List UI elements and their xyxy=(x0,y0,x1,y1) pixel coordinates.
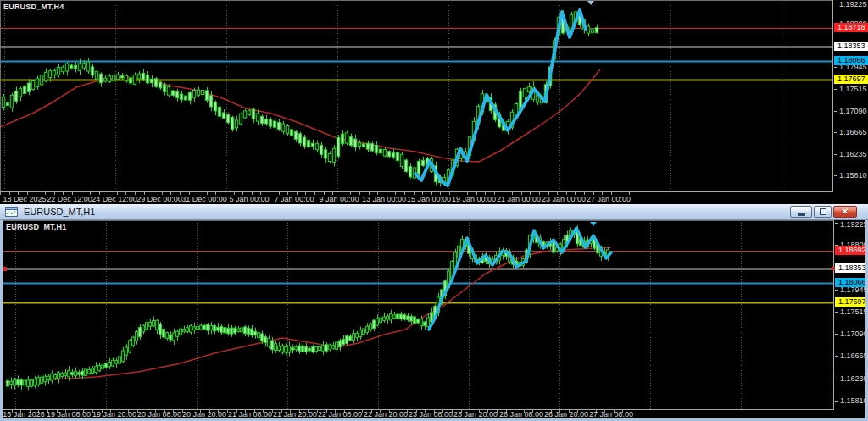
line-anchor-dot xyxy=(832,267,835,270)
chart-window-icon xyxy=(5,207,18,217)
price-tick-label: 1.17515 xyxy=(839,85,867,93)
h4-symbol-label: EURUSD_MT,H4 xyxy=(3,3,64,11)
price-tick-label: 1.15810 xyxy=(839,171,867,180)
price-tick-mark xyxy=(834,175,837,176)
h1-time-axis[interactable]: 16 Jan 202619 Jan 08:0019 Jan 20:0020 Ja… xyxy=(3,410,865,418)
h1-price-axis[interactable]: 1.192251.188001.179451.175151.170901.166… xyxy=(835,220,865,410)
window-titlebar[interactable]: EURUSD_MT,H1 ✕ xyxy=(0,204,868,220)
price-tick-mark xyxy=(834,89,837,90)
time-tick-label: 19 Jan 08:00 xyxy=(47,410,91,418)
price-tick-label: 1.16235 xyxy=(839,150,867,158)
price-tick-label: 1.17090 xyxy=(840,330,868,338)
time-tick-label: 20 Jan 20:00 xyxy=(182,410,226,418)
chart-window-h1: EURUSD_MT,H1 1.192251.188001.179451.1751… xyxy=(3,220,865,418)
h1-price-chart-canvas[interactable] xyxy=(3,220,834,410)
window-title: EURUSD_MT,H1 xyxy=(24,207,95,217)
time-tick-label: 29 Dec 00:00 xyxy=(136,195,182,203)
time-tick-label: 23 Jan 20:00 xyxy=(453,410,498,418)
price-tick-mark xyxy=(834,3,837,3)
h4-price-axis[interactable]: 1.192251.188001.179451.175151.170901.166… xyxy=(834,0,868,192)
time-tick-label: 19 Jan 00:00 xyxy=(452,195,496,203)
time-tick-label: 31 Dec 00:00 xyxy=(181,195,227,203)
price-badge: 1.18718 xyxy=(834,23,868,32)
time-tick-label: 21 Jan 00:00 xyxy=(497,195,541,203)
maximize-button[interactable] xyxy=(814,206,832,218)
h4-price-chart-canvas[interactable] xyxy=(0,0,833,192)
metatrader-workspace: EURUSD_MT,H4 1.192251.188001.179451.1751… xyxy=(0,0,868,421)
time-tick-label: 19 Jan 20:00 xyxy=(92,410,136,418)
price-tick-mark xyxy=(834,67,837,68)
price-tick-mark xyxy=(835,379,838,379)
window-controls: ✕ xyxy=(790,206,857,218)
price-tick-mark xyxy=(834,154,837,155)
time-tick-label: 5 Jan 00:00 xyxy=(229,195,269,203)
price-badge: 1.17697 xyxy=(834,75,868,84)
price-tick-label: 1.16665 xyxy=(840,352,868,360)
price-tick-label: 1.17090 xyxy=(839,107,867,115)
time-tick-label: 22 Jan 08:00 xyxy=(318,410,362,418)
price-tick-mark xyxy=(835,356,838,357)
time-tick-label: 27 Jan 08:00 xyxy=(589,410,633,418)
time-tick-label: 23 Jan 00:00 xyxy=(542,195,586,203)
time-tick-label: 9 Jan 00:00 xyxy=(319,195,359,203)
price-tick-mark xyxy=(834,111,837,112)
price-tick-label: 1.16235 xyxy=(840,374,868,383)
h1-symbol-label: EURUSD_MT,H1 xyxy=(6,223,66,231)
time-tick-label: 18 Dec 2025 xyxy=(3,195,46,203)
time-tick-label: 7 Jan 00:00 xyxy=(274,195,314,203)
price-tick-label: 1.16665 xyxy=(839,128,867,136)
price-tick-mark xyxy=(835,401,838,402)
time-tick-label: 24 Dec 12:00 xyxy=(92,195,137,203)
time-tick-label: 20 Jan 08:00 xyxy=(137,410,181,418)
price-tick-label: 1.19225 xyxy=(840,220,868,229)
h4-time-axis[interactable]: 18 Dec 202522 Dec 12:0024 Dec 12:0029 De… xyxy=(0,192,868,204)
time-tick-label: 26 Jan 08:00 xyxy=(499,410,543,418)
time-tick-label: 21 Jan 20:00 xyxy=(273,410,317,418)
price-tick-mark xyxy=(835,223,838,224)
price-badge: 1.18353 xyxy=(834,42,868,51)
time-tick-label: 23 Jan 08:00 xyxy=(409,410,453,418)
minimize-button[interactable] xyxy=(790,206,812,218)
price-tick-label: 1.15810 xyxy=(840,396,868,405)
time-tick-label: 26 Jan 20:00 xyxy=(544,410,588,418)
price-badge: 1.18066 xyxy=(835,278,865,287)
chart-window-h4: EURUSD_MT,H4 1.192251.188001.179451.1751… xyxy=(0,0,868,204)
time-tick-label: 13 Jan 00:00 xyxy=(362,195,406,203)
time-tick-label: 22 Dec 12:00 xyxy=(47,195,92,203)
price-badge: 1.18692 xyxy=(835,246,865,255)
price-tick-mark xyxy=(835,290,838,291)
price-tick-label: 1.19225 xyxy=(839,0,867,8)
window-border-left[interactable] xyxy=(0,220,3,421)
time-tick-label: 22 Jan 20:00 xyxy=(364,410,408,418)
time-tick-label: 27 Jan 00:00 xyxy=(587,195,631,203)
price-tick-label: 1.17515 xyxy=(840,307,868,316)
maximize-icon xyxy=(820,208,826,215)
price-tick-mark xyxy=(835,312,838,313)
minimize-icon xyxy=(798,213,805,216)
time-tick-label: 21 Jan 08:00 xyxy=(228,410,272,418)
price-tick-mark xyxy=(834,132,837,133)
price-badge: 1.18066 xyxy=(834,56,868,65)
close-icon: ✕ xyxy=(842,208,849,216)
close-button[interactable]: ✕ xyxy=(833,206,857,218)
price-badge: 1.18353 xyxy=(835,263,865,273)
price-tick-mark xyxy=(835,334,838,335)
time-tick-label: 16 Jan 2026 xyxy=(3,410,45,418)
time-tick-label: 15 Jan 00:00 xyxy=(407,195,451,203)
price-badge: 1.17697 xyxy=(835,297,865,307)
